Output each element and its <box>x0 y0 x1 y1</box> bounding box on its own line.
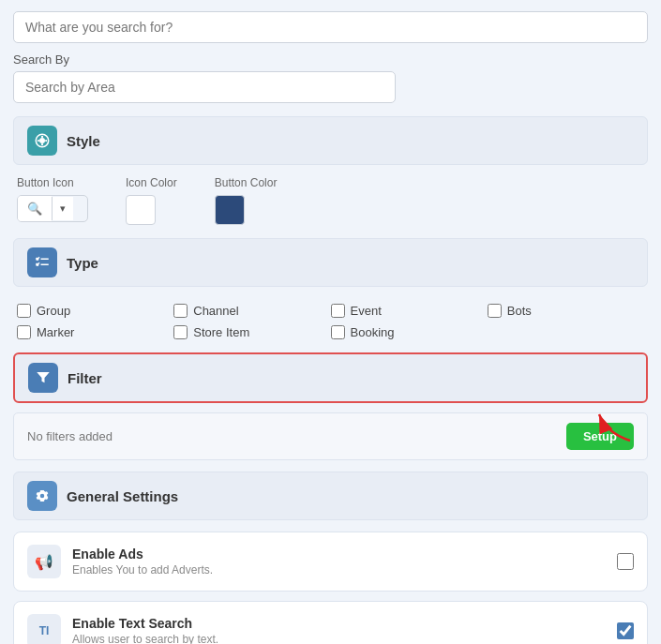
ads-icon: 📢 <box>27 545 61 578</box>
enable-text-search-left: TI Enable Text Search Allows user to sea… <box>27 614 218 644</box>
marker-checkbox[interactable] <box>17 325 31 339</box>
enable-ads-title: Enable Ads <box>72 547 213 562</box>
general-settings-title: General Settings <box>67 488 178 504</box>
arrow-annotation <box>588 405 635 442</box>
filter-section-header: Filter <box>13 352 648 403</box>
checkbox-group: Group <box>17 304 173 318</box>
marker-label: Marker <box>37 325 74 339</box>
search-by-label: Search By <box>13 52 648 67</box>
group-checkbox[interactable] <box>17 304 31 318</box>
checkbox-channel: Channel <box>173 304 330 318</box>
checkbox-event: Event <box>331 304 488 318</box>
event-label: Event <box>351 304 382 318</box>
enable-ads-card: 📢 Enable Ads Enables You to add Adverts. <box>13 532 648 592</box>
filter-icon <box>28 363 58 393</box>
button-icon-label: Button Icon <box>17 176 88 189</box>
button-icon-search-btn[interactable]: 🔍 <box>18 196 52 221</box>
type-title: Type <box>67 255 98 271</box>
style-section-header: Style <box>13 116 648 165</box>
icon-color-col: Icon Color <box>126 176 177 225</box>
what-search-input[interactable] <box>13 11 648 43</box>
filter-title: Filter <box>68 370 102 386</box>
enable-text-search-card: TI Enable Text Search Allows user to sea… <box>13 601 648 644</box>
style-title: Style <box>67 133 100 149</box>
svg-point-0 <box>39 138 45 143</box>
gear-icon <box>27 481 57 511</box>
type-checkboxes-grid: Group Channel Event Bots Marker Store It… <box>13 298 648 352</box>
search-by-area-input[interactable] <box>13 71 396 103</box>
general-settings-section: General Settings 📢 Enable Ads Enables Yo… <box>13 472 648 644</box>
channel-label: Channel <box>193 304 238 318</box>
svg-point-2 <box>45 140 47 142</box>
general-settings-header: General Settings <box>13 472 648 520</box>
group-label: Group <box>37 304 70 318</box>
bots-checkbox[interactable] <box>488 304 502 318</box>
event-checkbox[interactable] <box>331 304 345 318</box>
style-options-row: Button Icon 🔍 ▾ Icon Color Button Color <box>13 176 648 238</box>
checkbox-bots: Bots <box>488 304 644 318</box>
enable-ads-checkbox[interactable] <box>617 553 634 570</box>
enable-ads-subtitle: Enables You to add Adverts. <box>72 563 213 577</box>
checkbox-store-item: Store Item <box>173 325 330 339</box>
enable-text-search-subtitle: Allows user to search by text. <box>72 633 218 644</box>
filter-bar: No filters added Setup <box>13 412 648 460</box>
main-container: Search By Style Button Icon 🔍 ▾ Icon <box>0 0 661 644</box>
button-icon-group: 🔍 ▾ <box>17 195 88 222</box>
icon-color-swatch[interactable] <box>126 195 156 225</box>
button-icon-col: Button Icon 🔍 ▾ <box>17 176 88 222</box>
store-item-label: Store Item <box>193 325 249 339</box>
svg-point-3 <box>41 136 43 138</box>
no-filters-text: No filters added <box>27 429 113 443</box>
button-color-col: Button Color <box>215 176 278 225</box>
type-section-header: Type <box>13 238 648 287</box>
icon-color-label: Icon Color <box>126 176 177 189</box>
store-item-checkbox[interactable] <box>173 325 188 339</box>
bots-label: Bots <box>507 304 532 318</box>
button-color-label: Button Color <box>215 176 278 189</box>
enable-ads-text: Enable Ads Enables You to add Adverts. <box>72 547 213 577</box>
channel-checkbox[interactable] <box>173 304 188 318</box>
svg-point-1 <box>38 140 39 142</box>
enable-text-search-text: Enable Text Search Allows user to search… <box>72 616 218 644</box>
text-search-icon: TI <box>27 614 61 644</box>
style-icon <box>27 126 57 156</box>
checkbox-marker: Marker <box>17 325 173 339</box>
enable-text-search-title: Enable Text Search <box>72 616 218 631</box>
booking-checkbox[interactable] <box>331 325 345 339</box>
booking-label: Booking <box>351 325 395 339</box>
enable-text-search-checkbox[interactable] <box>617 622 634 639</box>
type-icon <box>27 247 57 277</box>
button-color-swatch[interactable] <box>215 195 245 225</box>
svg-point-4 <box>41 143 43 145</box>
enable-ads-left: 📢 Enable Ads Enables You to add Adverts. <box>27 545 213 578</box>
button-icon-caret-btn[interactable]: ▾ <box>52 197 73 220</box>
checkbox-booking: Booking <box>331 325 488 339</box>
